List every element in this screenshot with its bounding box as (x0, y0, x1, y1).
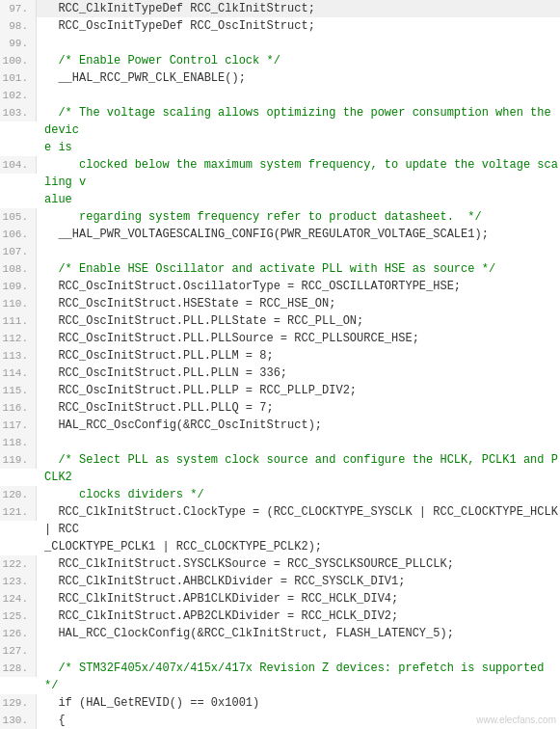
line-content-102 (37, 87, 560, 104)
code-line-103a: 103. /* The voltage scaling allows optim… (0, 104, 560, 139)
line-content-103b: e is (37, 139, 560, 156)
line-content-121b: _CLOCKTYPE_PCLK1 | RCC_CLOCKTYPE_PCLK2); (37, 538, 560, 555)
line-num-127: 127. (0, 642, 37, 660)
code-line-120: 120. clocks dividers */ (0, 486, 560, 503)
line-num-101: 101. (0, 69, 37, 87)
line-content-110: RCC_OscInitStruct.HSEState = RCC_HSE_ON; (37, 295, 560, 312)
watermark: www.elecfans.com (476, 715, 556, 725)
line-content-98: RCC_OscInitTypeDef RCC_OscInitStruct; (37, 17, 560, 35)
line-num-120: 120. (0, 486, 37, 503)
code-line-113: 113. RCC_OscInitStruct.PLL.PLLM = 8; (0, 347, 560, 364)
code-line-110: 110. RCC_OscInitStruct.HSEState = RCC_HS… (0, 295, 560, 312)
code-line-105: 105. regarding system frequency refer to… (0, 208, 560, 226)
code-line-98: 98. RCC_OscInitTypeDef RCC_OscInitStruct… (0, 17, 560, 35)
code-line-117: 117. HAL_RCC_OscConfig(&RCC_OscInitStruc… (0, 417, 560, 434)
code-line-128: 128. /* STM32F405x/407x/415x/417x Revisi… (0, 660, 560, 694)
line-num-99: 99. (0, 35, 37, 52)
line-content-113: RCC_OscInitStruct.PLL.PLLM = 8; (37, 347, 560, 364)
line-content-122: RCC_ClkInitStruct.SYSCLKSource = RCC_SYS… (37, 555, 560, 573)
line-content-116: RCC_OscInitStruct.PLL.PLLQ = 7; (37, 399, 560, 417)
line-num-111: 111. (0, 312, 37, 330)
line-num-106: 106. (0, 226, 37, 243)
line-content-129: if (HAL_GetREVID() == 0x1001) (37, 694, 560, 712)
code-line-109: 109. RCC_OscInitStruct.OscillatorType = … (0, 278, 560, 295)
code-line-103b: e is (0, 139, 560, 156)
line-content-115: RCC_OscInitStruct.PLL.PLLP = RCC_PLLP_DI… (37, 382, 560, 399)
code-editor: 97. RCC_ClkInitTypeDef RCC_ClkInitStruct… (0, 0, 560, 729)
line-num-121a: 121. (0, 503, 37, 521)
line-num-124: 124. (0, 590, 37, 608)
code-line-129: 129. if (HAL_GetREVID() == 0x1001) (0, 694, 560, 712)
line-num-102: 102. (0, 87, 37, 104)
code-line-123: 123. RCC_ClkInitStruct.AHBCLKDivider = R… (0, 573, 560, 590)
line-content-97: RCC_ClkInitTypeDef RCC_ClkInitStruct; (37, 0, 560, 17)
code-line-104b: alue (0, 191, 560, 208)
code-line-104a: 104. clocked below the maximum system fr… (0, 156, 560, 191)
line-num-128: 128. (0, 660, 37, 677)
code-line-99: 99. (0, 35, 560, 52)
code-line-107: 107. (0, 243, 560, 260)
line-num-108: 108. (0, 260, 37, 278)
line-num-130: 130. (0, 712, 37, 729)
line-content-109: RCC_OscInitStruct.OscillatorType = RCC_O… (37, 278, 560, 295)
line-content-100: /* Enable Power Control clock */ (37, 52, 560, 69)
code-line-108: 108. /* Enable HSE Oscillator and activa… (0, 260, 560, 278)
line-num-109: 109. (0, 278, 37, 295)
code-line-124: 124. RCC_ClkInitStruct.APB1CLKDivider = … (0, 590, 560, 608)
line-content-112: RCC_OscInitStruct.PLL.PLLSource = RCC_PL… (37, 330, 560, 347)
line-num-115: 115. (0, 382, 37, 399)
code-line-127: 127. (0, 642, 560, 660)
line-content-125: RCC_ClkInitStruct.APB2CLKDivider = RCC_H… (37, 608, 560, 625)
line-num-117: 117. (0, 417, 37, 434)
code-line-100: 100. /* Enable Power Control clock */ (0, 52, 560, 69)
code-line-112: 112. RCC_OscInitStruct.PLL.PLLSource = R… (0, 330, 560, 347)
line-content-101: __HAL_RCC_PWR_CLK_ENABLE(); (37, 69, 560, 87)
code-line-115: 115. RCC_OscInitStruct.PLL.PLLP = RCC_PL… (0, 382, 560, 399)
line-content-119: /* Select PLL as system clock source and… (37, 451, 560, 486)
line-content-108: /* Enable HSE Oscillator and activate PL… (37, 260, 560, 278)
code-line-97: 97. RCC_ClkInitTypeDef RCC_ClkInitStruct… (0, 0, 560, 17)
line-content-104a: clocked below the maximum system frequen… (37, 156, 560, 191)
line-num-118: 118. (0, 434, 37, 451)
code-line-102: 102. (0, 87, 560, 104)
line-content-126: HAL_RCC_ClockConfig(&RCC_ClkInitStruct, … (37, 625, 560, 642)
code-line-114: 114. RCC_OscInitStruct.PLL.PLLN = 336; (0, 364, 560, 382)
line-num-103a: 103. (0, 104, 37, 122)
line-content-114: RCC_OscInitStruct.PLL.PLLN = 336; (37, 364, 560, 382)
line-num-113: 113. (0, 347, 37, 364)
code-line-122: 122. RCC_ClkInitStruct.SYSCLKSource = RC… (0, 555, 560, 573)
code-line-125: 125. RCC_ClkInitStruct.APB2CLKDivider = … (0, 608, 560, 625)
line-num-122: 122. (0, 555, 37, 573)
line-content-117: HAL_RCC_OscConfig(&RCC_OscInitStruct); (37, 417, 560, 434)
code-line-119: 119. /* Select PLL as system clock sourc… (0, 451, 560, 486)
line-content-127 (37, 642, 560, 660)
code-line-106: 106. __HAL_PWR_VOLTAGESCALING_CONFIG(PWR… (0, 226, 560, 243)
line-content-120: clocks dividers */ (37, 486, 560, 503)
line-num-125: 125. (0, 608, 37, 625)
line-num-97: 97. (0, 0, 37, 17)
line-num-129: 129. (0, 694, 37, 712)
code-line-101: 101. __HAL_RCC_PWR_CLK_ENABLE(); (0, 69, 560, 87)
line-num-105: 105. (0, 208, 37, 226)
code-line-111: 111. RCC_OscInitStruct.PLL.PLLState = RC… (0, 312, 560, 330)
line-num-98: 98. (0, 17, 37, 35)
line-num-119: 119. (0, 451, 37, 469)
line-num-100: 100. (0, 52, 37, 69)
line-content-104b: alue (37, 191, 560, 208)
line-content-99 (37, 35, 560, 52)
line-content-111: RCC_OscInitStruct.PLL.PLLState = RCC_PLL… (37, 312, 560, 330)
line-num-104a: 104. (0, 156, 37, 174)
line-content-107 (37, 243, 560, 260)
code-line-126: 126. HAL_RCC_ClockConfig(&RCC_ClkInitStr… (0, 625, 560, 642)
line-num-112: 112. (0, 330, 37, 347)
line-content-103a: /* The voltage scaling allows optimizing… (37, 104, 560, 139)
line-content-105: regarding system frequency refer to prod… (37, 208, 560, 226)
code-line-118: 118. (0, 434, 560, 451)
line-num-126: 126. (0, 625, 37, 642)
line-content-123: RCC_ClkInitStruct.AHBCLKDivider = RCC_SY… (37, 573, 560, 590)
code-line-116: 116. RCC_OscInitStruct.PLL.PLLQ = 7; (0, 399, 560, 417)
line-num-123: 123. (0, 573, 37, 590)
line-num-116: 116. (0, 399, 37, 417)
line-content-128: /* STM32F405x/407x/415x/417x Revision Z … (37, 660, 560, 694)
line-content-121a: RCC_ClkInitStruct.ClockType = (RCC_CLOCK… (37, 503, 560, 538)
